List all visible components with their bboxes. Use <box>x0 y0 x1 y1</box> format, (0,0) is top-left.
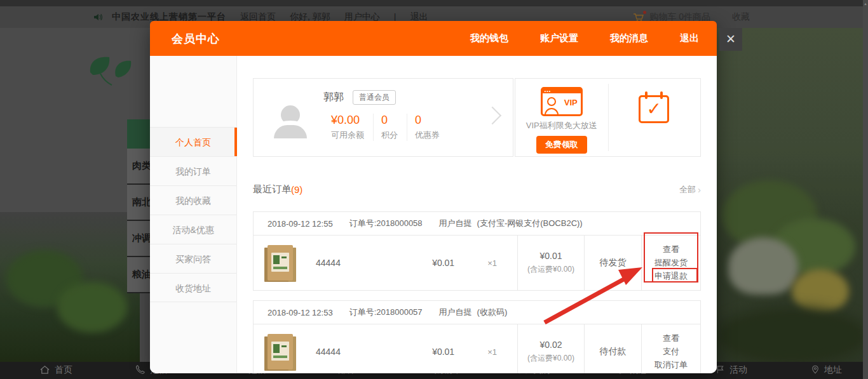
chevron-right-icon: › <box>698 184 701 195</box>
member-center-modal: 会员中心 我的钱包 账户设置 我的消息 退出 个人首页 我的订单 我的收藏 活动… <box>150 21 717 373</box>
pay-order-link[interactable]: 支付 <box>663 346 679 357</box>
recent-orders-count: (9) <box>291 184 302 195</box>
order-status: 待发货 <box>584 236 641 290</box>
order-row: 2018-09-12 12:53 订单号:2018000057 用户自提 (收款… <box>253 300 701 373</box>
free-claim-button[interactable]: 免费领取 <box>536 136 587 154</box>
promo-card: ••• VIP VIP福利限免大放送 免费领取 ✓ <box>515 78 701 157</box>
vip-icon: ••• VIP <box>541 87 583 116</box>
user-name: 郭郭 <box>323 91 344 104</box>
vip-promo: ••• VIP VIP福利限免大放送 免费领取 <box>515 79 608 156</box>
sidebar-item-activities-deals[interactable]: 活动&优惠 <box>150 215 236 244</box>
nav-my-wallet[interactable]: 我的钱包 <box>470 32 508 44</box>
view-order-link[interactable]: 查看 <box>663 333 679 344</box>
view-order-link[interactable]: 查看 <box>663 244 679 255</box>
order-header: 2018-09-12 12:53 订单号:2018000057 用户自提 (收款… <box>254 301 700 324</box>
order-actions: 查看 提醒发货 申请退款 <box>641 236 700 290</box>
order-delivery: 用户自提 <box>439 307 472 318</box>
cancel-order-link[interactable]: 取消订单 <box>654 359 688 371</box>
product-name[interactable]: 44444 <box>316 347 341 357</box>
product-thumbnail[interactable] <box>268 245 293 281</box>
screen: 中国农业线上营销第一平台 返回首页 你好, 郭郭 用户中心 | 退出 购物车 0… <box>0 0 868 379</box>
nav-account-settings[interactable]: 账户设置 <box>540 32 578 44</box>
stat-coupons: 0 优惠券 <box>407 114 449 141</box>
order-datetime: 2018-09-12 12:53 <box>268 308 333 317</box>
order-product-cell: 44444 ¥0.01 ×1 <box>254 236 517 290</box>
sidebar-item-my-orders[interactable]: 我的订单 <box>150 156 236 185</box>
view-all-link[interactable]: 全部 <box>679 184 696 196</box>
modal-title: 会员中心 <box>172 31 220 46</box>
order-payment: (支付宝-网银支付(BOCB2C)) <box>477 218 583 229</box>
stat-points: 0 积分 <box>373 114 407 141</box>
order-delivery: 用户自提 <box>439 218 472 229</box>
product-name[interactable]: 44444 <box>316 258 341 268</box>
remind-shipment-link[interactable]: 提醒发货 <box>654 257 688 269</box>
order-number: 订单号:2018000058 <box>349 218 423 229</box>
recent-orders-title: 最近订单 <box>253 183 291 196</box>
signin-calendar[interactable]: ✓ <box>608 84 700 151</box>
order-actions: 查看 支付 取消订单 <box>641 324 700 373</box>
modal-nav: 我的钱包 账户设置 我的消息 退出 <box>470 32 699 44</box>
order-datetime: 2018-09-12 12:55 <box>268 219 333 229</box>
order-total-cell: ¥0.02 (含运费¥0.00) <box>517 324 584 373</box>
order-payment: (收款码) <box>477 307 508 318</box>
product-thumbnail[interactable] <box>268 334 293 369</box>
profile-card: 郭郭 普通会员 ¥0.00 可用余额 0 积分 <box>253 78 513 157</box>
order-total: ¥0.01 <box>539 251 562 261</box>
modal-header: 会员中心 我的钱包 账户设置 我的消息 退出 <box>150 21 717 56</box>
product-qty: ×1 <box>487 258 497 268</box>
order-header: 2018-09-12 12:55 订单号:2018000058 用户自提 (支付… <box>254 212 700 236</box>
order-shipping: (含运费¥0.00) <box>527 353 574 364</box>
sidebar-item-personal-home[interactable]: 个人首页 <box>150 127 236 156</box>
close-button[interactable]: ✕ <box>719 28 742 51</box>
sidebar-item-my-favorites[interactable]: 我的收藏 <box>150 185 236 215</box>
stat-balance: ¥0.00 可用余额 <box>323 114 373 141</box>
order-status: 待付款 <box>584 324 641 373</box>
order-number: 订单号:2018000057 <box>349 307 423 318</box>
order-product-cell: 44444 ¥0.01 ×1 <box>254 324 517 373</box>
order-total-cell: ¥0.01 (含运费¥0.00) <box>517 236 584 290</box>
nav-logout[interactable]: 退出 <box>680 32 699 44</box>
chevron-right-icon[interactable] <box>484 107 501 124</box>
request-refund-link[interactable]: 申请退款 <box>654 270 688 282</box>
recent-orders-header: 最近订单 (9) 全部 › <box>253 183 701 196</box>
modal-body: 个人首页 我的订单 我的收藏 活动&优惠 买家问答 收货地址 <box>150 56 717 373</box>
modal-sidebar: 个人首页 我的订单 我的收藏 活动&优惠 买家问答 收货地址 <box>150 56 237 373</box>
member-level-badge: 普通会员 <box>353 90 396 105</box>
nav-my-messages[interactable]: 我的消息 <box>610 32 648 44</box>
sidebar-item-buyer-qa[interactable]: 买家问答 <box>150 244 236 273</box>
modal-content: 郭郭 普通会员 ¥0.00 可用余额 0 积分 <box>237 56 717 373</box>
sidebar-item-shipping-address[interactable]: 收货地址 <box>150 273 236 302</box>
calendar-check-icon: ✓ <box>639 95 669 123</box>
vip-promo-text: VIP福利限免大放送 <box>526 120 597 131</box>
product-price: ¥0.01 <box>432 258 454 268</box>
product-price: ¥0.01 <box>432 347 454 357</box>
product-qty: ×1 <box>487 347 497 357</box>
order-shipping: (含运费¥0.00) <box>527 264 574 275</box>
active-indicator-bar <box>234 128 237 156</box>
order-total: ¥0.02 <box>539 340 562 350</box>
order-row: 2018-09-12 12:55 订单号:2018000058 用户自提 (支付… <box>253 211 701 291</box>
avatar <box>274 105 307 138</box>
